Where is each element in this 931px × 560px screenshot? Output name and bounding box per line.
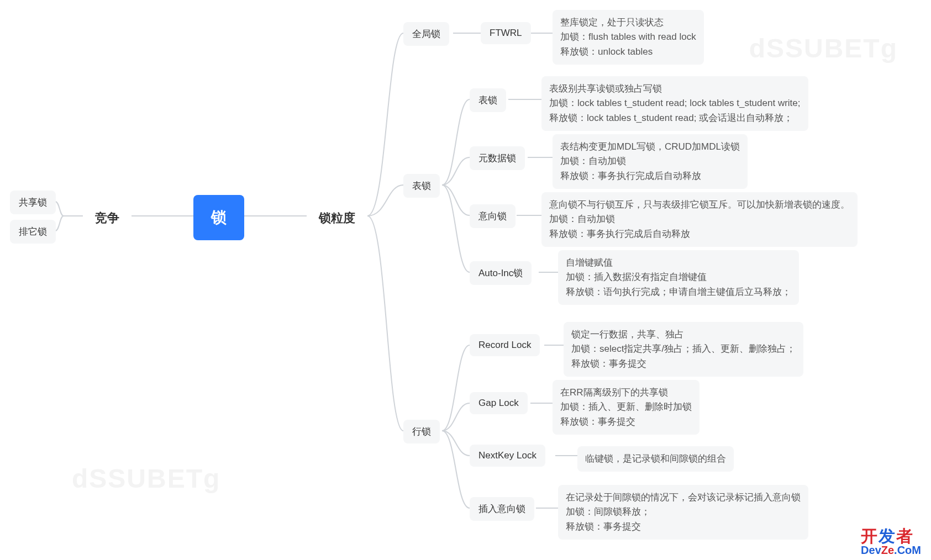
node-exclusive-lock: 排它锁 [10, 220, 56, 244]
node-global-lock: 全局锁 [403, 22, 449, 46]
node-granularity: 锁粒度 [307, 202, 367, 234]
detail-autoinc-lock: 自增键赋值 加锁：插入数据没有指定自增键值 释放锁：语句执行完成；申请自增主键值… [558, 250, 799, 305]
node-shared-lock: 共享锁 [10, 191, 56, 214]
detail-record-lock: 锁定一行数据，共享、独占 加锁：select指定共享/独占；插入、更新、删除独占… [564, 322, 803, 377]
node-intention-lock: 意向锁 [470, 204, 516, 228]
watermark-bottom: dSSUBETg [72, 463, 220, 494]
node-table-lock-group: 表锁 [403, 174, 440, 198]
node-table-lock: 表锁 [470, 88, 506, 112]
detail-nextkey-lock: 临键锁，是记录锁和间隙锁的组合 [577, 446, 734, 472]
detail-table-lock: 表级别共享读锁或独占写锁 加锁：lock tables t_student re… [541, 76, 808, 131]
node-insert-intention-lock: 插入意向锁 [470, 497, 534, 521]
detail-ftwrl: 整库锁定，处于只读状态 加锁：flush tables with read lo… [553, 10, 704, 65]
detail-metadata-lock: 表结构变更加MDL写锁，CRUD加MDL读锁 加锁：自动加锁 释放锁：事务执行完… [553, 134, 748, 189]
node-gap-lock: Gap Lock [470, 392, 528, 414]
node-nextkey-lock: NextKey Lock [470, 445, 545, 467]
node-record-lock: Record Lock [470, 334, 540, 356]
detail-intention-lock: 意向锁不与行锁互斥，只与表级排它锁互斥。可以加快新增表锁的速度。 加锁：自动加锁… [541, 192, 858, 247]
node-metadata-lock: 元数据锁 [470, 146, 525, 170]
node-competition: 竞争 [83, 202, 132, 234]
node-ftwrl: FTWRL [481, 22, 531, 44]
watermark-top: dSSUBETg [749, 33, 898, 64]
site-logo: 开发者 DevZe.CoM [861, 528, 921, 556]
node-autoinc-lock: Auto-Inc锁 [470, 261, 532, 285]
root-node: 锁 [193, 195, 244, 240]
node-row-lock-group: 行锁 [403, 420, 440, 443]
detail-gap-lock: 在RR隔离级别下的共享锁 加锁：插入、更新、删除时加锁 释放锁：事务提交 [553, 380, 699, 435]
detail-insert-intention-lock: 在记录处于间隙锁的情况下，会对该记录标记插入意向锁 加锁：间隙锁释放； 释放锁：… [558, 485, 808, 540]
